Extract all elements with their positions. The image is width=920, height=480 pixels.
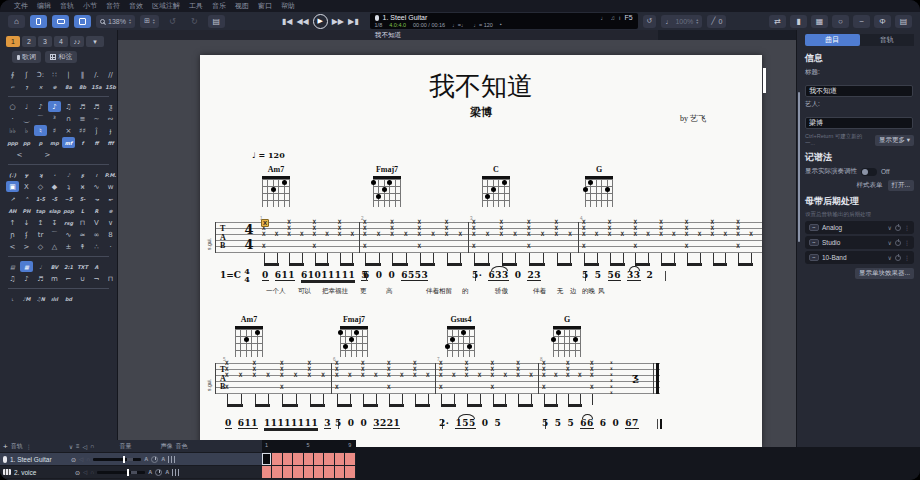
palette-icon-r18c0[interactable]: ♫ (6, 273, 19, 284)
palette-icon-r12c7[interactable]: ⊗ (104, 205, 117, 216)
region-cell[interactable] (314, 466, 324, 479)
view-single-button[interactable] (30, 15, 47, 28)
palette-icon-r9c1[interactable]: ɏ (20, 169, 33, 180)
palette-icon-r1c3[interactable]: ⊕ (48, 81, 61, 92)
palette-icon-r11c0[interactable]: ↗ (6, 193, 19, 204)
fx-preset-stepper[interactable]: ∨ (888, 254, 892, 261)
menu-音效[interactable]: 音效 (129, 1, 143, 11)
palette-icon-r12c3[interactable]: slap (48, 205, 61, 216)
voice-button-1[interactable]: 1 (6, 36, 20, 47)
loop-button[interactable]: ↺ (643, 15, 657, 28)
palette-icon-r5c6[interactable]: ĵ (90, 125, 103, 136)
palette-icon-r11c6[interactable]: ↝ (90, 193, 103, 204)
palette-icon-r13c7[interactable]: ∨ (104, 217, 117, 228)
palette-icon-r6c2[interactable]: p (34, 137, 47, 148)
palette-icon-r3c2[interactable]: ♪ (34, 101, 47, 112)
palette-icon-r0c0[interactable]: ∮ (6, 69, 19, 80)
palette-icon-r5c2[interactable]: ♮ (34, 125, 47, 136)
timeline-bar-1[interactable]: 1 (265, 442, 268, 448)
palette-icon-r3c1[interactable]: ♩ (20, 101, 33, 112)
track-mute-button[interactable]: ◁ (83, 469, 87, 475)
palette-icon-r12c6[interactable]: R (90, 205, 103, 216)
voice-button-2[interactable]: 2 (22, 36, 36, 47)
palette-icon-r6c7[interactable]: fff (104, 137, 117, 148)
playhead-cell[interactable] (262, 453, 272, 466)
chord-diagram-Fmaj7[interactable]: Fmaj7 (373, 165, 401, 207)
palette-icon-r9c0[interactable]: (♩) (6, 169, 19, 180)
palette-icon-r20c2[interactable]: ♫N (34, 293, 47, 304)
palette-icon-r18c3[interactable]: m (48, 273, 61, 284)
palette-icon-r14c7[interactable]: 8 (104, 229, 117, 240)
palette-icon-r4c6[interactable]: ~ (90, 113, 103, 124)
chord-diagram-C[interactable]: C (482, 165, 510, 207)
panel-resize-button[interactable]: ⇄ (769, 15, 786, 28)
palette-icon-r0c6[interactable]: /. (90, 69, 103, 80)
palette-icon-r3c5[interactable]: ♬ (76, 101, 89, 112)
palette-icon-r14c0[interactable]: ɲ (6, 229, 19, 240)
track-menu-icon[interactable]: ⋮ (26, 443, 32, 450)
region-cell[interactable] (304, 466, 314, 479)
region-cell[interactable] (345, 453, 355, 466)
palette-icon-r11c7[interactable]: ↜ (104, 193, 117, 204)
palette-icon-r3c7[interactable]: ƺ (104, 101, 117, 112)
speed-control[interactable]: ♩ 100% ▴▾ (661, 15, 702, 28)
solo-all-icon[interactable]: ∩ (90, 443, 94, 449)
mixer-view-button[interactable]: Φ (874, 15, 891, 28)
palette-icon-r10c7[interactable]: w (104, 181, 117, 192)
palette-icon-r10c3[interactable]: ◆ (48, 181, 61, 192)
fx-preset-stepper[interactable]: ∨ (888, 224, 892, 231)
redo-button[interactable]: ↻ (186, 15, 203, 28)
circle-view-button[interactable]: ○ (832, 15, 849, 28)
palette-icon-r6c6[interactable]: ff (90, 137, 103, 148)
palette-icon-r12c5[interactable]: L (76, 205, 89, 216)
print-button[interactable]: ▤ (208, 15, 225, 28)
palette-icon-r1c1[interactable]: ⁊ (20, 81, 33, 92)
layout-select[interactable]: ⊞ ▴▾ (140, 15, 159, 28)
palette-icon-r20c1[interactable]: ♪M (20, 293, 33, 304)
palette-icon-r14c1[interactable]: ʄ (20, 229, 33, 240)
palette-icon-r13c5[interactable]: ⊓ (76, 217, 89, 228)
menu-窗口[interactable]: 窗口 (258, 1, 272, 11)
palette-icon-r11c2[interactable]: 1-5 (34, 193, 47, 204)
voice-button-4[interactable]: 4 (54, 36, 68, 47)
palette-icon-r6c0[interactable]: ppp (6, 137, 19, 148)
fx-preset-stepper[interactable]: ∨ (888, 239, 892, 246)
palette-icon-r7c1[interactable]: > (34, 149, 61, 160)
palette-icon-r14c2[interactable]: tr (34, 229, 47, 240)
lyrics-button[interactable]: 歌词 (12, 51, 41, 63)
volume-handle[interactable] (127, 469, 129, 476)
go-start-button[interactable]: ▮◀ (282, 15, 293, 28)
menu-帮助[interactable]: 帮助 (281, 1, 295, 11)
forward-button[interactable]: ▶▶ (332, 15, 344, 28)
region-cell[interactable] (345, 466, 355, 479)
palette-icon-r5c5[interactable]: ♯♯ (76, 125, 89, 136)
palette-icon-r9c6[interactable]: ≀ (90, 169, 103, 180)
fx-power-button[interactable] (895, 240, 901, 246)
artist-input[interactable] (805, 117, 913, 129)
palette-icon-r12c4[interactable]: pop (62, 205, 75, 216)
palette-icon-r4c5[interactable]: ≡ (76, 113, 89, 124)
palette-icon-r11c3[interactable]: -5 (48, 193, 61, 204)
palette-icon-r15c4[interactable]: ± (62, 241, 75, 252)
palette-icon-r1c5[interactable]: 8b (76, 81, 89, 92)
score-page[interactable]: 我不知道 梁博 by 艺飞 ♩ = 120 Am7Fmaj7CGTABs.gui… (200, 55, 762, 447)
track-eq-button[interactable] (172, 469, 179, 476)
region-cell[interactable] (272, 453, 282, 466)
region-cell[interactable] (335, 466, 345, 479)
fx-menu-icon[interactable]: ⋮ (904, 224, 910, 231)
palette-icon-r10c5[interactable]: ӿ (76, 181, 89, 192)
chords-button[interactable]: 和弦 (45, 51, 77, 63)
palette-icon-r0c3[interactable]: ∷ (48, 69, 61, 80)
palette-icon-r6c4[interactable]: mf (62, 137, 75, 148)
region-cell[interactable] (304, 453, 314, 466)
palette-icon-r15c1[interactable]: > (20, 241, 33, 252)
region-cell[interactable] (272, 466, 282, 479)
palette-icon-r13c1[interactable]: ↓ (20, 217, 33, 228)
menu-音符[interactable]: 音符 (106, 1, 120, 11)
palette-icon-r10c6[interactable]: ∿ (90, 181, 103, 192)
palette-icon-r9c4[interactable]: ♪ (62, 169, 75, 180)
metronome-icon[interactable]: ♩ (601, 15, 607, 21)
menu-区域注解[interactable]: 区域注解 (152, 1, 180, 11)
palette-icon-r15c7[interactable]: · (104, 241, 117, 252)
region-cell[interactable] (293, 453, 303, 466)
